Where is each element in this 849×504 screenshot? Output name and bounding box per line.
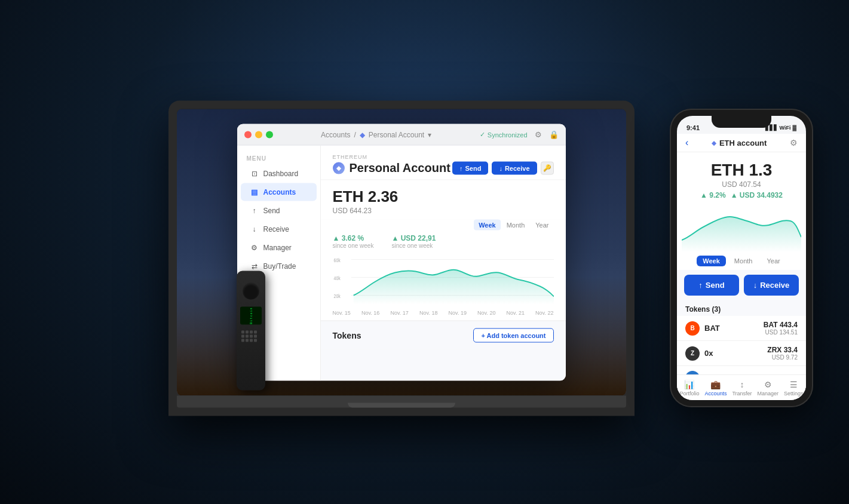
phone-nav-title-text: ETH account: [719, 139, 767, 147]
manager-nav-label: Manager: [758, 391, 779, 397]
phone-back-button[interactable]: ‹: [685, 137, 688, 148]
zrx-amounts: ZRX 33.4 USD 9.72: [767, 346, 798, 361]
stat-usd-label: since one week: [391, 242, 436, 249]
gear-icon[interactable]: ⚙: [535, 130, 542, 139]
phone-chart-svg: [682, 204, 801, 252]
account-title: Personal Account: [350, 161, 450, 175]
check-icon: ✓: [480, 131, 485, 139]
chart-x-labels: Nov. 15 Nov. 16 Nov. 17 Nov. 18 Nov. 19 …: [333, 310, 554, 321]
x-label-6: Nov. 21: [507, 310, 525, 316]
phone-screen: 9:41 ▋▋▋ WiFi ▓ ‹ ◆ ETH account ⚙ ETH 1.…: [677, 116, 806, 400]
sidebar-item-receive[interactable]: ↓ Receive: [241, 220, 317, 238]
laptop-screen: Accounts / ◆ Personal Account ▾ ✓ Synchr…: [177, 109, 626, 396]
sidebar-receive-label: Receive: [263, 225, 289, 233]
minimize-button[interactable]: [255, 131, 262, 138]
tokens-title: Tokens: [333, 331, 361, 340]
zrx-amount: ZRX 33.4: [767, 346, 798, 354]
receive-icon: ↓: [250, 225, 259, 233]
svg-text:40k: 40k: [333, 275, 341, 281]
x-label-7: Nov. 22: [535, 310, 553, 316]
device-icons: [241, 331, 260, 342]
stat-usd-value: ▲ USD 22,91: [391, 234, 436, 242]
accounts-nav-icon: 💼: [710, 380, 721, 389]
phone-period-row: Week Month Year: [677, 252, 806, 270]
lock-icon[interactable]: 🔒: [549, 130, 559, 139]
phone-send-button[interactable]: ↑ Send: [684, 275, 739, 296]
phone-token-bat[interactable]: B BAT BAT 443.4 USD 134.51: [677, 316, 806, 341]
zrx-icon: Z: [685, 346, 700, 361]
period-week-button[interactable]: Week: [474, 220, 501, 231]
receive-label: Receive: [505, 164, 530, 171]
sidebar-item-accounts[interactable]: ▤ Accounts: [241, 183, 317, 201]
receive-button[interactable]: ↓ Receive: [492, 161, 537, 174]
bat-usd: USD 134.51: [764, 329, 798, 336]
stat-pct-label: since one week: [333, 242, 374, 249]
ledger-device-group: Bitcoin: [237, 271, 265, 393]
breadcrumb: Accounts / ◆ Personal Account ▾: [273, 130, 480, 139]
phone-balance-section: ETH 1.3 USD 407.54 ▲ 9.2% ▲ USD 34.4932: [677, 152, 806, 204]
send-icon: ↑: [250, 207, 259, 215]
accounts-nav-label: Accounts: [704, 391, 727, 397]
zrx-name: 0x: [704, 349, 713, 358]
device-button[interactable]: [243, 283, 259, 300]
screen-inner: Accounts / ◆ Personal Account ▾ ✓ Synchr…: [177, 109, 626, 396]
phone-nav-transfer[interactable]: ↕ Transfer: [732, 380, 752, 397]
traffic-lights: [244, 131, 273, 138]
phone-wrapper: 9:41 ▋▋▋ WiFi ▓ ‹ ◆ ETH account ⚙ ETH 1.…: [670, 109, 813, 407]
zrx-usd: USD 9.72: [767, 354, 798, 361]
phone-period-week[interactable]: Week: [697, 256, 726, 266]
x-label-5: Nov. 20: [477, 310, 495, 316]
wifi-icon: WiFi: [780, 125, 791, 131]
phone-period-year[interactable]: Year: [761, 256, 786, 266]
network-label: ETHEREUM: [333, 154, 554, 160]
phone-nav-accounts[interactable]: 💼 Accounts: [704, 380, 727, 397]
chart-section: Week Month Year ▲ 3.62 % since one week: [321, 220, 566, 321]
phone-notch: [712, 116, 771, 128]
period-month-button[interactable]: Month: [502, 220, 530, 231]
phone-nav-manager[interactable]: ⚙ Manager: [758, 380, 779, 397]
phone-time: 9:41: [686, 124, 700, 131]
titlebar: Accounts / ◆ Personal Account ▾ ✓ Synchr…: [237, 124, 566, 146]
period-year-button[interactable]: Year: [531, 220, 553, 231]
x-label-3: Nov. 18: [419, 310, 437, 316]
bat-amount: BAT 443.4: [764, 321, 798, 329]
stat-percentage: ▲ 3.62 % since one week: [333, 234, 374, 249]
sidebar-item-manager[interactable]: ⚙ Manager: [241, 239, 317, 257]
add-token-button[interactable]: + Add token account: [473, 328, 553, 343]
send-label: Send: [465, 164, 482, 171]
maximize-button[interactable]: [266, 131, 273, 138]
sidebar-manager-label: Manager: [263, 244, 292, 252]
phone-nav-settings[interactable]: ☰ Settings: [784, 380, 804, 397]
sidebar-item-send[interactable]: ↑ Send: [241, 202, 317, 220]
phone-chart-area: [677, 204, 806, 252]
breadcrumb-account[interactable]: Personal Account: [369, 130, 424, 139]
laptop: Accounts / ◆ Personal Account ▾ ✓ Synchr…: [168, 101, 635, 416]
manager-icon: ⚙: [250, 244, 259, 252]
phone-settings-icon[interactable]: ⚙: [790, 138, 798, 147]
transfer-icon: ↕: [740, 380, 744, 389]
phone-token-0x[interactable]: Z 0x ZRX 33.4 USD 9.72: [677, 341, 806, 366]
laptop-body: Accounts / ◆ Personal Account ▾ ✓ Synchr…: [168, 101, 635, 416]
close-button[interactable]: [244, 131, 252, 138]
phone-period-month[interactable]: Month: [728, 256, 759, 266]
phone-tokens-header: Tokens (3): [677, 300, 806, 316]
phone-eth-balance: ETH 1.3: [686, 161, 796, 180]
stats-row: ▲ 3.62 % since one week ▲ USD 22,91 sinc…: [333, 234, 554, 249]
key-button[interactable]: 🔑: [541, 161, 554, 174]
breadcrumb-accounts[interactable]: Accounts: [321, 130, 350, 139]
sync-label: Synchronized: [488, 131, 528, 138]
send-arrow-icon: ↑: [459, 164, 463, 171]
send-button[interactable]: ↑ Send: [452, 161, 488, 174]
phone-nav-portfolio[interactable]: 📊 Portfolio: [679, 380, 699, 397]
phone-receive-button[interactable]: ↓ Receive: [744, 275, 799, 296]
accounts-icon: ▤: [250, 188, 259, 196]
receive-arrow-icon: ↓: [499, 164, 502, 171]
phone-send-icon: ↑: [698, 281, 703, 290]
phone-body: 9:41 ▋▋▋ WiFi ▓ ‹ ◆ ETH account ⚙ ETH 1.…: [670, 109, 813, 407]
sidebar-item-dashboard[interactable]: ⊡ Dashboard: [241, 165, 317, 183]
token-left-bat: B BAT: [685, 321, 720, 336]
x-label-2: Nov. 17: [391, 310, 409, 316]
eth-icon-small: ◆: [360, 130, 365, 139]
ethereum-icon: ◆: [333, 162, 345, 174]
trade-icon: ⇄: [250, 262, 259, 271]
